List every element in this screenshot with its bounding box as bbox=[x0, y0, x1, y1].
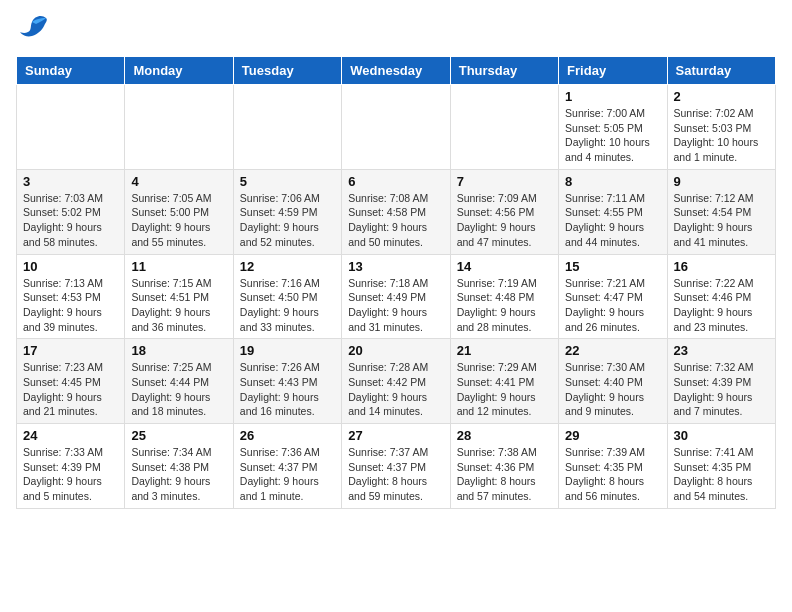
calendar-week-row: 3Sunrise: 7:03 AM Sunset: 5:02 PM Daylig… bbox=[17, 169, 776, 254]
day-info: Sunrise: 7:02 AM Sunset: 5:03 PM Dayligh… bbox=[674, 106, 769, 165]
day-info: Sunrise: 7:18 AM Sunset: 4:49 PM Dayligh… bbox=[348, 276, 443, 335]
day-info: Sunrise: 7:28 AM Sunset: 4:42 PM Dayligh… bbox=[348, 360, 443, 419]
page-header bbox=[16, 16, 776, 48]
day-number: 5 bbox=[240, 174, 335, 189]
calendar-day-cell: 15Sunrise: 7:21 AM Sunset: 4:47 PM Dayli… bbox=[559, 254, 667, 339]
calendar-empty-cell bbox=[450, 85, 558, 170]
calendar-day-cell: 3Sunrise: 7:03 AM Sunset: 5:02 PM Daylig… bbox=[17, 169, 125, 254]
day-info: Sunrise: 7:05 AM Sunset: 5:00 PM Dayligh… bbox=[131, 191, 226, 250]
calendar-day-cell: 30Sunrise: 7:41 AM Sunset: 4:35 PM Dayli… bbox=[667, 424, 775, 509]
day-number: 12 bbox=[240, 259, 335, 274]
calendar-day-cell: 4Sunrise: 7:05 AM Sunset: 5:00 PM Daylig… bbox=[125, 169, 233, 254]
day-number: 26 bbox=[240, 428, 335, 443]
day-number: 24 bbox=[23, 428, 118, 443]
calendar-day-cell: 7Sunrise: 7:09 AM Sunset: 4:56 PM Daylig… bbox=[450, 169, 558, 254]
calendar-day-cell: 16Sunrise: 7:22 AM Sunset: 4:46 PM Dayli… bbox=[667, 254, 775, 339]
day-number: 13 bbox=[348, 259, 443, 274]
calendar-day-cell: 26Sunrise: 7:36 AM Sunset: 4:37 PM Dayli… bbox=[233, 424, 341, 509]
day-number: 3 bbox=[23, 174, 118, 189]
calendar-day-cell: 20Sunrise: 7:28 AM Sunset: 4:42 PM Dayli… bbox=[342, 339, 450, 424]
day-info: Sunrise: 7:08 AM Sunset: 4:58 PM Dayligh… bbox=[348, 191, 443, 250]
weekday-header-wednesday: Wednesday bbox=[342, 57, 450, 85]
logo-bird-icon bbox=[18, 12, 50, 48]
calendar-empty-cell bbox=[17, 85, 125, 170]
day-number: 16 bbox=[674, 259, 769, 274]
calendar-empty-cell bbox=[233, 85, 341, 170]
calendar-day-cell: 23Sunrise: 7:32 AM Sunset: 4:39 PM Dayli… bbox=[667, 339, 775, 424]
day-number: 20 bbox=[348, 343, 443, 358]
calendar-day-cell: 19Sunrise: 7:26 AM Sunset: 4:43 PM Dayli… bbox=[233, 339, 341, 424]
calendar-day-cell: 9Sunrise: 7:12 AM Sunset: 4:54 PM Daylig… bbox=[667, 169, 775, 254]
calendar-day-cell: 22Sunrise: 7:30 AM Sunset: 4:40 PM Dayli… bbox=[559, 339, 667, 424]
day-info: Sunrise: 7:21 AM Sunset: 4:47 PM Dayligh… bbox=[565, 276, 660, 335]
weekday-header-row: SundayMondayTuesdayWednesdayThursdayFrid… bbox=[17, 57, 776, 85]
day-info: Sunrise: 7:12 AM Sunset: 4:54 PM Dayligh… bbox=[674, 191, 769, 250]
calendar-day-cell: 12Sunrise: 7:16 AM Sunset: 4:50 PM Dayli… bbox=[233, 254, 341, 339]
day-number: 1 bbox=[565, 89, 660, 104]
calendar-empty-cell bbox=[342, 85, 450, 170]
day-number: 29 bbox=[565, 428, 660, 443]
logo bbox=[16, 16, 50, 48]
calendar-day-cell: 24Sunrise: 7:33 AM Sunset: 4:39 PM Dayli… bbox=[17, 424, 125, 509]
day-number: 4 bbox=[131, 174, 226, 189]
calendar-day-cell: 8Sunrise: 7:11 AM Sunset: 4:55 PM Daylig… bbox=[559, 169, 667, 254]
day-number: 30 bbox=[674, 428, 769, 443]
day-number: 2 bbox=[674, 89, 769, 104]
calendar-day-cell: 29Sunrise: 7:39 AM Sunset: 4:35 PM Dayli… bbox=[559, 424, 667, 509]
day-info: Sunrise: 7:41 AM Sunset: 4:35 PM Dayligh… bbox=[674, 445, 769, 504]
day-info: Sunrise: 7:11 AM Sunset: 4:55 PM Dayligh… bbox=[565, 191, 660, 250]
weekday-header-monday: Monday bbox=[125, 57, 233, 85]
calendar-day-cell: 6Sunrise: 7:08 AM Sunset: 4:58 PM Daylig… bbox=[342, 169, 450, 254]
day-number: 27 bbox=[348, 428, 443, 443]
day-info: Sunrise: 7:25 AM Sunset: 4:44 PM Dayligh… bbox=[131, 360, 226, 419]
weekday-header-friday: Friday bbox=[559, 57, 667, 85]
day-info: Sunrise: 7:00 AM Sunset: 5:05 PM Dayligh… bbox=[565, 106, 660, 165]
weekday-header-tuesday: Tuesday bbox=[233, 57, 341, 85]
day-info: Sunrise: 7:09 AM Sunset: 4:56 PM Dayligh… bbox=[457, 191, 552, 250]
day-number: 7 bbox=[457, 174, 552, 189]
day-info: Sunrise: 7:06 AM Sunset: 4:59 PM Dayligh… bbox=[240, 191, 335, 250]
day-info: Sunrise: 7:37 AM Sunset: 4:37 PM Dayligh… bbox=[348, 445, 443, 504]
day-info: Sunrise: 7:15 AM Sunset: 4:51 PM Dayligh… bbox=[131, 276, 226, 335]
calendar-day-cell: 17Sunrise: 7:23 AM Sunset: 4:45 PM Dayli… bbox=[17, 339, 125, 424]
day-info: Sunrise: 7:39 AM Sunset: 4:35 PM Dayligh… bbox=[565, 445, 660, 504]
calendar-day-cell: 10Sunrise: 7:13 AM Sunset: 4:53 PM Dayli… bbox=[17, 254, 125, 339]
calendar-day-cell: 5Sunrise: 7:06 AM Sunset: 4:59 PM Daylig… bbox=[233, 169, 341, 254]
weekday-header-saturday: Saturday bbox=[667, 57, 775, 85]
weekday-header-sunday: Sunday bbox=[17, 57, 125, 85]
day-info: Sunrise: 7:29 AM Sunset: 4:41 PM Dayligh… bbox=[457, 360, 552, 419]
day-number: 9 bbox=[674, 174, 769, 189]
calendar-day-cell: 1Sunrise: 7:00 AM Sunset: 5:05 PM Daylig… bbox=[559, 85, 667, 170]
day-info: Sunrise: 7:23 AM Sunset: 4:45 PM Dayligh… bbox=[23, 360, 118, 419]
calendar-day-cell: 25Sunrise: 7:34 AM Sunset: 4:38 PM Dayli… bbox=[125, 424, 233, 509]
day-number: 14 bbox=[457, 259, 552, 274]
day-number: 8 bbox=[565, 174, 660, 189]
day-number: 6 bbox=[348, 174, 443, 189]
day-info: Sunrise: 7:33 AM Sunset: 4:39 PM Dayligh… bbox=[23, 445, 118, 504]
calendar-day-cell: 27Sunrise: 7:37 AM Sunset: 4:37 PM Dayli… bbox=[342, 424, 450, 509]
calendar-week-row: 24Sunrise: 7:33 AM Sunset: 4:39 PM Dayli… bbox=[17, 424, 776, 509]
day-info: Sunrise: 7:34 AM Sunset: 4:38 PM Dayligh… bbox=[131, 445, 226, 504]
day-number: 28 bbox=[457, 428, 552, 443]
calendar-day-cell: 14Sunrise: 7:19 AM Sunset: 4:48 PM Dayli… bbox=[450, 254, 558, 339]
day-number: 21 bbox=[457, 343, 552, 358]
day-number: 15 bbox=[565, 259, 660, 274]
day-info: Sunrise: 7:30 AM Sunset: 4:40 PM Dayligh… bbox=[565, 360, 660, 419]
calendar-day-cell: 28Sunrise: 7:38 AM Sunset: 4:36 PM Dayli… bbox=[450, 424, 558, 509]
day-number: 23 bbox=[674, 343, 769, 358]
calendar-table: SundayMondayTuesdayWednesdayThursdayFrid… bbox=[16, 56, 776, 509]
calendar-week-row: 10Sunrise: 7:13 AM Sunset: 4:53 PM Dayli… bbox=[17, 254, 776, 339]
day-info: Sunrise: 7:16 AM Sunset: 4:50 PM Dayligh… bbox=[240, 276, 335, 335]
weekday-header-thursday: Thursday bbox=[450, 57, 558, 85]
day-info: Sunrise: 7:22 AM Sunset: 4:46 PM Dayligh… bbox=[674, 276, 769, 335]
day-number: 17 bbox=[23, 343, 118, 358]
calendar-day-cell: 2Sunrise: 7:02 AM Sunset: 5:03 PM Daylig… bbox=[667, 85, 775, 170]
day-info: Sunrise: 7:03 AM Sunset: 5:02 PM Dayligh… bbox=[23, 191, 118, 250]
day-info: Sunrise: 7:32 AM Sunset: 4:39 PM Dayligh… bbox=[674, 360, 769, 419]
day-info: Sunrise: 7:19 AM Sunset: 4:48 PM Dayligh… bbox=[457, 276, 552, 335]
day-number: 25 bbox=[131, 428, 226, 443]
day-info: Sunrise: 7:36 AM Sunset: 4:37 PM Dayligh… bbox=[240, 445, 335, 504]
day-info: Sunrise: 7:26 AM Sunset: 4:43 PM Dayligh… bbox=[240, 360, 335, 419]
day-number: 10 bbox=[23, 259, 118, 274]
calendar-week-row: 1Sunrise: 7:00 AM Sunset: 5:05 PM Daylig… bbox=[17, 85, 776, 170]
